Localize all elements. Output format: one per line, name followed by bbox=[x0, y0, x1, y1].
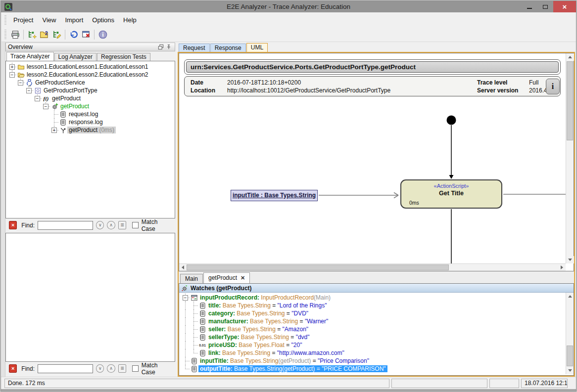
tab-uml[interactable]: UML bbox=[246, 43, 268, 52]
right-tab-bar: RequestResponseUML bbox=[178, 43, 268, 52]
menu-item-project[interactable]: Project bbox=[9, 12, 38, 28]
find-close-icon[interactable]: × bbox=[9, 364, 17, 373]
menu-item-view[interactable]: View bbox=[38, 12, 60, 28]
tab-log-analyzer[interactable]: Log Analyzer bbox=[54, 53, 96, 61]
info-button[interactable]: i bbox=[546, 79, 560, 94]
input-pin-label[interactable]: inputTitle : Base Types.String bbox=[231, 190, 318, 201]
print-button[interactable] bbox=[9, 29, 21, 41]
tree-item-getproductservice[interactable]: −GetProductService bbox=[6, 79, 175, 87]
overview-title: Overview bbox=[8, 44, 157, 50]
find-previous-icon[interactable]: ∧ bbox=[107, 221, 115, 229]
secondary-panel bbox=[5, 233, 175, 362]
import-trace-button[interactable] bbox=[26, 29, 38, 41]
collapse-icon[interactable]: − bbox=[43, 104, 48, 109]
tree-item-getproduct[interactable]: −f()getProduct bbox=[6, 94, 175, 102]
collapse-icon[interactable]: − bbox=[183, 295, 188, 301]
watch-item-seller[interactable]: seller: Base Types.String = "Amazon" bbox=[179, 325, 574, 333]
scroll-down-icon[interactable] bbox=[566, 367, 574, 374]
scroll-right-icon[interactable] bbox=[558, 264, 566, 271]
tree-guide bbox=[8, 110, 16, 118]
find-previous-icon[interactable]: ∧ bbox=[107, 364, 115, 373]
edit-trace-button[interactable] bbox=[50, 29, 63, 41]
tree-guide bbox=[50, 110, 58, 118]
tree-item-request.log[interactable]: request.log bbox=[6, 110, 175, 118]
menu-item-import[interactable]: Import bbox=[60, 12, 88, 28]
scroll-down-icon[interactable] bbox=[566, 256, 574, 263]
tree-item-lesson2.educationlesson2.educationlesson2[interactable]: −lesson2.EducationLesson2.EducationLesso… bbox=[6, 71, 175, 79]
tree-item-lesson1.educationlesson1.educationlesson1[interactable]: +lesson1.EducationLesson1.EducationLesso… bbox=[6, 63, 175, 71]
watch-item-outputtitle[interactable]: outputTitle: Base Types.String(getProduc… bbox=[179, 365, 574, 373]
watches-scrollbar[interactable] bbox=[566, 293, 574, 374]
collapse-icon[interactable]: − bbox=[26, 88, 32, 93]
page-tab-getproduct[interactable]: getProduct✕ bbox=[203, 272, 250, 283]
action-node-get-title[interactable]: «ActionScript» Get Title 0ms bbox=[400, 179, 502, 209]
find-label: Find: bbox=[21, 365, 35, 372]
tree-item-getproductporttype[interactable]: −GetProductPortType bbox=[6, 87, 175, 94]
tab-response[interactable]: Response bbox=[210, 44, 246, 52]
watch-item-sellertype[interactable]: sellerType: Base Types.String = "dvd" bbox=[179, 333, 574, 341]
watch-item-inputtitle[interactable]: inputTitle: Base Types.String(getProduct… bbox=[179, 357, 574, 365]
scroll-up-icon[interactable] bbox=[566, 53, 574, 61]
collapse-icon[interactable]: − bbox=[18, 80, 23, 86]
float-panel-icon[interactable] bbox=[157, 44, 165, 50]
pin-panel-icon[interactable] bbox=[165, 44, 173, 50]
initial-node-icon bbox=[447, 116, 456, 125]
minimize-button[interactable] bbox=[522, 1, 537, 12]
match-case-checkbox[interactable] bbox=[132, 365, 139, 372]
menu-drag-grip[interactable] bbox=[4, 15, 6, 25]
expand-icon[interactable]: + bbox=[51, 128, 57, 133]
expand-icon[interactable]: + bbox=[9, 64, 15, 70]
import-folder-button[interactable]: 2 bbox=[38, 29, 50, 41]
close-window-button[interactable] bbox=[80, 29, 92, 41]
scroll-up-icon[interactable] bbox=[566, 293, 574, 300]
menu-item-help[interactable]: Help bbox=[119, 12, 141, 28]
log-icon bbox=[198, 349, 207, 357]
status-bar: Done. 172 ms18.07.2016 12:17 bbox=[1, 377, 576, 389]
watch-item-title[interactable]: title: Base Types.String = "Lord of the … bbox=[179, 302, 574, 309]
tree-item-response.log[interactable]: response.log bbox=[6, 118, 175, 126]
tab-regression-tests[interactable]: Regression Tests bbox=[97, 53, 150, 61]
info-button[interactable]: i bbox=[96, 29, 109, 41]
tree-item-getproduct[interactable]: −getProduct bbox=[6, 102, 175, 110]
maximize-button[interactable] bbox=[537, 1, 553, 12]
watch-item-category[interactable]: category: Base Types.String = "DVD" bbox=[179, 309, 574, 317]
tree-guide bbox=[16, 94, 25, 102]
tab-trace-analyzer[interactable]: Trace Analyzer bbox=[6, 52, 54, 61]
find-next-icon[interactable]: ∨ bbox=[96, 221, 104, 229]
find-close-icon[interactable]: × bbox=[9, 221, 17, 229]
watch-item-manufacturer[interactable]: manufacturer: Base Types.String = "Warne… bbox=[179, 317, 574, 325]
location-value: http://localhost:10012/GetProductService… bbox=[227, 87, 390, 94]
close-tab-icon[interactable]: ✕ bbox=[240, 273, 245, 283]
undo-button[interactable] bbox=[67, 29, 80, 41]
find-input[interactable] bbox=[38, 221, 93, 230]
tree-guide bbox=[190, 333, 198, 341]
watch-item-link[interactable]: link: Base Types.String = "http://www.am… bbox=[179, 349, 574, 357]
tree-item-label: lesson2.EducationLesson2.EducationLesson… bbox=[25, 71, 150, 78]
find-next-icon[interactable]: ∨ bbox=[96, 364, 104, 373]
uml-pane: urn:Services.GetProductService.Ports.Get… bbox=[178, 52, 575, 377]
match-case-checkbox[interactable] bbox=[132, 222, 139, 228]
tree-guide: − bbox=[25, 87, 33, 94]
uml-vertical-scrollbar[interactable] bbox=[566, 53, 574, 263]
find-input[interactable] bbox=[38, 364, 93, 373]
find-options-icon[interactable]: ≡ bbox=[118, 364, 126, 373]
uml-diagram: urn:Services.GetProductService.Ports.Get… bbox=[179, 53, 566, 263]
uml-horizontal-scrollbar[interactable] bbox=[179, 263, 566, 271]
left-tab-bar: Trace AnalyzerLog AnalyzerRegression Tes… bbox=[5, 52, 175, 61]
watch-item-priceusd[interactable]: 0.01priceUSD: Base Types.Float = "20" bbox=[179, 341, 574, 349]
watch-value: "Lord of the Rings" bbox=[278, 302, 327, 309]
hscroll-thumb[interactable] bbox=[187, 264, 449, 270]
tab-request[interactable]: Request bbox=[179, 44, 210, 52]
scroll-left-icon[interactable] bbox=[179, 264, 187, 271]
menu-item-options[interactable]: Options bbox=[88, 12, 119, 28]
collapse-icon[interactable]: − bbox=[35, 96, 40, 101]
watch-item-inputproductrecord[interactable]: −inputProductRecord: InputProductRecord(… bbox=[179, 294, 574, 302]
close-button[interactable]: × bbox=[553, 1, 576, 12]
page-tab-main[interactable]: Main bbox=[180, 274, 203, 283]
vscroll-thumb[interactable] bbox=[567, 61, 573, 140]
find-options-icon[interactable]: ≡ bbox=[118, 221, 126, 229]
tree-item-getproduct[interactable]: +getProduct (0ms) bbox=[6, 126, 175, 134]
toolbar-drag-grip[interactable] bbox=[4, 30, 6, 40]
watches-scroll-thumb[interactable] bbox=[567, 346, 573, 366]
collapse-icon[interactable]: − bbox=[9, 72, 15, 78]
